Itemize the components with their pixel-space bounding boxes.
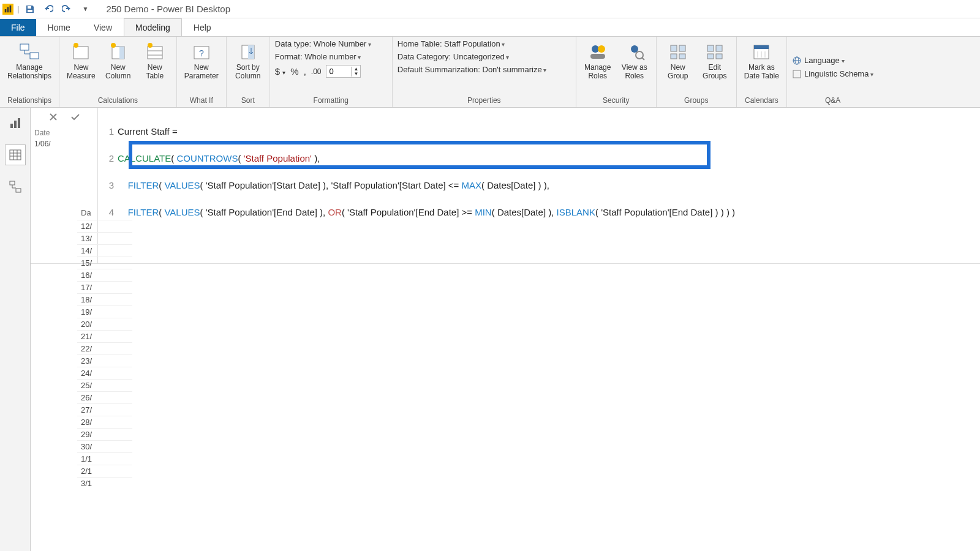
format-dropdown[interactable]: Format: Whole number	[275, 52, 361, 61]
default-summarization-dropdown[interactable]: Default Summarization: Don't summarize	[398, 65, 547, 74]
sort-by-column-button[interactable]: Sort by Column	[232, 39, 265, 82]
group-calculations: New Measure New Column New Table Calcula…	[59, 37, 177, 107]
view-roles-icon	[624, 40, 646, 62]
svg-rect-22	[590, 54, 605, 59]
date-row[interactable]: 25/	[77, 379, 132, 391]
language-dropdown[interactable]: Language	[792, 56, 845, 66]
svg-rect-10	[119, 47, 124, 59]
redo-button[interactable]	[59, 2, 74, 17]
new-measure-button[interactable]: New Measure	[64, 39, 98, 82]
new-table-button[interactable]: New Table	[138, 39, 172, 82]
date-row[interactable]: 30/	[77, 440, 132, 452]
report-view-button[interactable]	[5, 113, 26, 133]
date-row[interactable]: 1/1	[77, 452, 132, 465]
date-row[interactable]: 22/	[77, 342, 132, 354]
svg-rect-45	[18, 118, 20, 128]
svg-rect-3	[28, 6, 31, 9]
date-row[interactable]: 2/1	[77, 465, 132, 477]
svg-rect-52	[16, 189, 21, 192]
date-row[interactable]: 3/1	[77, 477, 132, 489]
manage-roles-button[interactable]: Manage Roles	[581, 39, 614, 82]
edit-groups-button[interactable]: Edit Groups	[698, 39, 731, 82]
data-category-dropdown[interactable]: Data Category: Uncategorized	[398, 52, 510, 61]
datatype-dropdown[interactable]: Data type: Whole Number	[275, 39, 371, 48]
date-row[interactable]: 27/	[77, 403, 132, 416]
date-row[interactable]: 16/	[77, 269, 132, 281]
group-groups: New Group Edit Groups Groups	[657, 37, 737, 107]
model-view-button[interactable]	[5, 176, 26, 197]
date-row[interactable]: 19/	[77, 305, 132, 318]
tab-help[interactable]: Help	[182, 18, 223, 36]
manage-relationships-button[interactable]: Manage Relationships	[5, 39, 54, 82]
data-icon	[9, 148, 22, 162]
formula-editor[interactable]: 1Current Staff = 2CALCULATE( COUNTROWS( …	[98, 108, 980, 263]
new-column-button[interactable]: New Column	[102, 39, 135, 82]
linguistic-schema-dropdown[interactable]: Linguistic Schema	[792, 69, 873, 79]
date-row[interactable]: 28/	[77, 416, 132, 428]
date-row[interactable]: 12/	[77, 220, 132, 232]
svg-rect-28	[671, 54, 677, 59]
svg-rect-29	[679, 54, 685, 59]
formula-bar: Date 1/06/ 1Current Staff = 2CALCULATE( …	[31, 108, 980, 264]
decimal-places-spinner[interactable]: ▲▼	[326, 65, 361, 78]
date-row[interactable]: 23/	[77, 354, 132, 367]
svg-rect-51	[10, 181, 15, 185]
date-row[interactable]: 15/	[77, 257, 132, 269]
new-parameter-button[interactable]: ? New Parameter	[182, 39, 221, 82]
svg-rect-42	[793, 70, 801, 78]
new-group-button[interactable]: New Group	[662, 39, 695, 82]
svg-rect-5	[20, 44, 29, 50]
currency-button[interactable]: $ ▾	[275, 66, 286, 77]
qat-dropdown[interactable]: ▼	[78, 2, 92, 17]
tab-modeling[interactable]: Modeling	[124, 18, 182, 36]
workspace: Date 1/06/ 1Current Staff = 2CALCULATE( …	[0, 108, 980, 551]
home-table-dropdown[interactable]: Home Table: Staff Population	[398, 39, 505, 48]
date-row[interactable]: 24/	[77, 367, 132, 379]
svg-rect-4	[28, 10, 32, 12]
undo-button[interactable]	[41, 2, 56, 17]
save-button[interactable]	[23, 2, 37, 17]
tab-home[interactable]: Home	[36, 18, 82, 36]
date-row[interactable]: 14/	[77, 244, 132, 257]
svg-point-15	[148, 43, 153, 48]
main-area: Date 1/06/ 1Current Staff = 2CALCULATE( …	[31, 108, 980, 551]
date-row[interactable]: 21/	[77, 330, 132, 342]
percent-button[interactable]: %	[290, 66, 298, 77]
date-row[interactable]: 13/	[77, 232, 132, 244]
svg-point-8	[74, 43, 78, 48]
measure-icon	[70, 40, 92, 62]
svg-text:?: ?	[199, 48, 204, 58]
date-column: Da 12/13/14/15/16/17/18/19/20/21/22/23/2…	[77, 206, 132, 489]
commit-formula-button[interactable]	[67, 109, 83, 125]
view-as-roles-button[interactable]: View as Roles	[618, 39, 651, 82]
svg-rect-2	[10, 5, 12, 12]
svg-rect-0	[5, 9, 7, 12]
schema-icon	[792, 69, 802, 79]
spin-down[interactable]: ▼	[352, 72, 360, 77]
comma-button[interactable]: ,	[304, 66, 306, 77]
parameter-icon: ?	[190, 40, 213, 62]
globe-icon	[792, 56, 802, 66]
decimal-places-input[interactable]	[326, 66, 351, 77]
tab-file[interactable]: File	[0, 19, 36, 36]
relationships-icon	[18, 40, 40, 62]
svg-point-11	[111, 43, 116, 48]
date-row[interactable]: 26/	[77, 391, 132, 403]
group-relationships: Manage Relationships Relationships	[0, 37, 59, 107]
date-row[interactable]: 29/	[77, 428, 132, 440]
date-row[interactable]: 20/	[77, 318, 132, 330]
date-row[interactable]: 18/	[77, 293, 132, 305]
mark-as-date-table-button[interactable]: Mark as Date Table	[742, 39, 782, 82]
date-row[interactable]: 17/	[77, 281, 132, 293]
cancel-formula-button[interactable]	[45, 109, 61, 125]
table-icon	[144, 40, 166, 62]
svg-rect-35	[754, 45, 769, 49]
svg-rect-27	[679, 45, 685, 51]
group-properties: Home Table: Staff Population Data Catego…	[393, 37, 576, 107]
column-icon	[107, 40, 129, 62]
svg-rect-7	[74, 47, 88, 59]
data-view-button[interactable]	[5, 144, 26, 165]
peek-header: Date	[34, 127, 94, 138]
group-calendars: Mark as Date Table Calendars	[737, 37, 787, 107]
tab-view[interactable]: View	[82, 18, 124, 36]
